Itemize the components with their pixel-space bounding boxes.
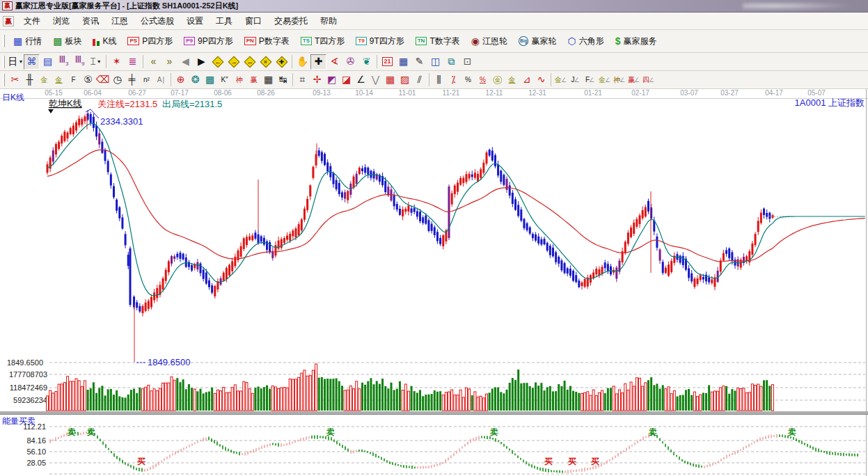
grid-123-button[interactable]: ▦ [261, 72, 276, 88]
pan-hand-button[interactable]: ✋ [294, 54, 310, 70]
draw-knife-button[interactable]: ✂ [8, 72, 22, 88]
gold-gate-2-button[interactable]: 金 [52, 72, 66, 88]
overlay-dropdown-qiankun-kline[interactable]: 乾坤K线 [49, 98, 82, 109]
three-bars-button[interactable]: Ⅲ3 [56, 54, 72, 70]
menu-item-1[interactable]: 浏览 [47, 13, 76, 29]
flag-one-button[interactable]: ⊿ [519, 72, 534, 88]
span-tool-button[interactable]: ↹ [276, 72, 290, 88]
remote-pc-button[interactable]: ⧉ [443, 54, 459, 70]
quotes-button[interactable]: ▦行情 [8, 31, 47, 51]
calendar-button[interactable]: 21 [379, 54, 395, 70]
red-grid-button[interactable]: ▦ [383, 72, 397, 88]
9p-square-button[interactable]: P99P四方形 [178, 31, 238, 51]
candle-style-button[interactable]: ⌶▼ [88, 54, 104, 70]
p-number-table-button[interactable]: PNP数字表 [239, 31, 295, 51]
winner-wheel-button[interactable]: Big赢家轮 [513, 31, 562, 51]
percent-line-button[interactable]: % [475, 72, 490, 88]
info-view-button[interactable]: ▤ [40, 54, 56, 70]
text-note-button[interactable]: A∣ [154, 72, 168, 88]
notes-button[interactable]: ✎ [411, 54, 427, 70]
win-grid-button[interactable]: 赢 [246, 72, 261, 88]
angle-tool-button[interactable]: ∢ [326, 54, 342, 70]
gold-lines-button[interactable]: 金 [505, 72, 519, 88]
prev-bar-button[interactable]: ◀ [177, 54, 194, 70]
winner-service-button[interactable]: $赢家服务 [610, 31, 663, 51]
time-cycle-button[interactable]: ◷ [110, 72, 125, 88]
calculator-button[interactable]: ▦ [395, 54, 411, 70]
four-angle-button[interactable]: 四∠ [641, 72, 656, 88]
five-spiral-button[interactable]: ⑤ [81, 72, 95, 88]
save-button[interactable]: ◫ [427, 54, 443, 70]
grid-ruler-button[interactable]: ╫ [22, 72, 37, 88]
p-square-button[interactable]: PSP四方形 [122, 31, 178, 51]
axis-box-button[interactable]: ⌗ [295, 72, 310, 88]
gann-pattern-button[interactable]: ⌘ [24, 54, 40, 70]
menu-item-2[interactable]: 资讯 [76, 13, 105, 29]
angle-lines-button[interactable]: ∠ [354, 72, 368, 88]
next-bar-button[interactable]: ▶ [194, 54, 210, 70]
chart-canvas[interactable]: 17770870311847246959236234112.2184.1656.… [0, 89, 868, 476]
period-day-button[interactable]: 日▼ [8, 54, 24, 70]
kline-button[interactable]: K线 [87, 31, 122, 51]
fan-red-button[interactable]: ✢ [310, 72, 324, 88]
j-angle-button[interactable]: J∠ [568, 72, 583, 88]
menu-item-6[interactable]: 工具 [210, 13, 239, 29]
f-gate-button[interactable]: F [66, 72, 81, 88]
gold-angle-2-button[interactable]: 金∠ [597, 72, 612, 88]
win-angle-button[interactable]: 赢∠ [626, 72, 641, 88]
zoom-out-button[interactable]: × [258, 54, 274, 70]
circle-cross-button[interactable]: ⊕ [173, 72, 188, 88]
percent-strike-button[interactable]: ⁒ [446, 72, 461, 88]
ruler-2-button[interactable]: ╪ [125, 72, 139, 88]
gold-gate-1-button[interactable]: 金 [37, 72, 52, 88]
fan-box-red-button[interactable]: ◪ [339, 72, 354, 88]
menu-item-0[interactable]: 文件 [17, 13, 47, 29]
menu-item-9[interactable]: 帮助 [314, 13, 343, 29]
mind-tool-button[interactable]: ❦ [358, 54, 374, 70]
terminal-button[interactable]: ⊡ [459, 54, 475, 70]
fan-box-purple-button[interactable]: ◩ [324, 72, 339, 88]
zoom-left-button[interactable]: ← [210, 54, 226, 70]
toolbar-grip[interactable] [3, 74, 5, 86]
gold-circle-button[interactable]: ㊎ [490, 72, 505, 88]
menu-item-3[interactable]: 江恩 [105, 13, 134, 29]
hexagon-button[interactable]: ⬡六角形 [562, 31, 609, 51]
window-titlebar[interactable]: 赢 赢家江恩专业版[赢家服务平台] - [上证指数 SH1A0001-252日K… [0, 0, 868, 13]
eraser-button[interactable]: ⌫ [95, 72, 110, 88]
histogram-button[interactable]: ≣ [125, 54, 141, 70]
f-angle-button[interactable]: F∠ [583, 72, 597, 88]
gann-doll-button[interactable]: ✇ [342, 54, 358, 70]
shen-grid-button[interactable]: 神 [232, 72, 246, 88]
menu-item-4[interactable]: 公式选股 [134, 13, 180, 29]
zoom-right-button[interactable]: → [226, 54, 242, 70]
t-square-button[interactable]: TST四方形 [295, 31, 351, 51]
gann-figure-button[interactable]: ✶ [109, 54, 125, 70]
square-grid-button[interactable]: ▩ [203, 72, 217, 88]
zoom-all-button[interactable]: ✚ [274, 54, 290, 70]
zoom-horizontal-button[interactable]: ↔ [242, 54, 258, 70]
crosshair-button[interactable]: ✚ [310, 54, 326, 70]
last-page-button[interactable]: » [161, 54, 177, 70]
check-lines-button[interactable]: ⋁ [368, 72, 383, 88]
k-mark-button[interactable]: Κ″ [217, 72, 232, 88]
sectors-button[interactable]: ▩板块 [47, 31, 87, 51]
price-bars-button[interactable]: ⫼ [432, 72, 446, 88]
first-page-button[interactable]: « [145, 54, 161, 70]
menu-item-5[interactable]: 设置 [180, 13, 210, 29]
toolbar-grip[interactable] [3, 35, 5, 47]
menu-item-7[interactable]: 窗口 [239, 13, 268, 29]
shen-angle-button[interactable]: 神∠ [612, 72, 626, 88]
gann-wheel-button[interactable]: ◉江恩轮 [466, 31, 513, 51]
star-circle-button[interactable]: ❂ [188, 72, 203, 88]
gold-angle-button[interactable]: 金∠ [553, 72, 568, 88]
menu-item-8[interactable]: 交易委托 [268, 13, 314, 29]
red-grid-diag-button[interactable]: ▨ [397, 72, 412, 88]
9t-square-button[interactable]: T99T四方形 [350, 31, 409, 51]
t-number-table-button[interactable]: TNT数字表 [410, 31, 466, 51]
percent-button[interactable]: % [461, 72, 475, 88]
n-squared-button[interactable]: n² [139, 72, 154, 88]
wave-button[interactable]: ∿ [534, 72, 549, 88]
parallel-lines-button[interactable]: ⫽ [412, 72, 427, 88]
nine-bars-button[interactable]: Ⅲ9 [72, 54, 88, 70]
toolbar-grip[interactable] [3, 56, 5, 68]
